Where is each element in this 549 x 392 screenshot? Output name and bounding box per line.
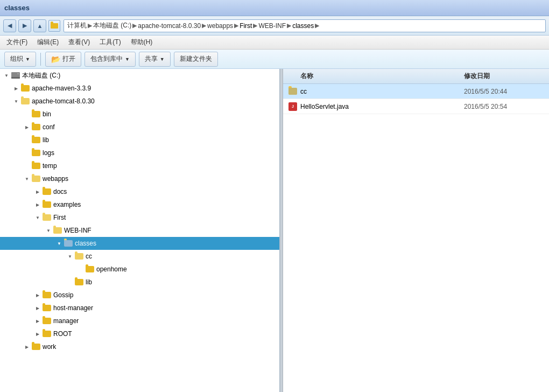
expand-maven[interactable] [12, 84, 20, 93]
local-disk-label: 本地磁盘 (C:) [22, 71, 60, 80]
tree-item-webinf[interactable]: WEB-INF [0, 224, 279, 237]
host-manager-label: host-manager [53, 304, 93, 312]
new-folder-label: 新建文件夹 [180, 54, 212, 64]
expand-classes[interactable] [55, 239, 64, 248]
address-path[interactable]: 计算机 ▶ 本地磁盘 (C:) ▶ apache-tomcat-8.0.30 ▶… [64, 19, 546, 32]
lib2-label: lib [86, 278, 92, 286]
tree-item-logs[interactable]: logs [0, 146, 279, 159]
file-item-cc[interactable]: cc 2016/5/5 20:44 [283, 84, 549, 99]
menu-file[interactable]: 文件(F) [2, 37, 32, 48]
host-manager-folder-icon [42, 304, 52, 312]
expand-first[interactable] [33, 213, 42, 222]
classes-label: classes [75, 240, 96, 247]
tree-item-host-manager[interactable]: host-manager [0, 302, 279, 314]
tree-item-conf[interactable]: conf [0, 121, 279, 134]
cc-file-icon [287, 86, 298, 97]
cc-file-name: cc [300, 88, 464, 95]
maven-folder-icon [20, 84, 30, 93]
lib-label: lib [43, 136, 49, 144]
webinf-folder-icon [53, 226, 62, 235]
first-label: First [53, 214, 66, 221]
tomcat-folder-icon [20, 97, 30, 106]
first-folder-icon [42, 213, 52, 222]
new-folder-button[interactable]: 新建文件夹 [174, 52, 218, 67]
col-header-name[interactable]: 名称 [298, 72, 464, 81]
tomcat-label: apache-tomcat-8.0.30 [32, 97, 95, 105]
helloservlet-file-date: 2016/5/5 20:54 [464, 103, 545, 110]
root-label: ROOT [53, 330, 72, 338]
cc-file-date: 2016/5/5 20:44 [464, 88, 545, 95]
expand-manager[interactable] [33, 317, 42, 325]
expand-host-manager[interactable] [33, 304, 42, 312]
address-bar: ◀ ▶ ▲ 计算机 ▶ 本地磁盘 (C:) ▶ apache-tomcat-8.… [0, 16, 549, 36]
lib-folder-icon [31, 136, 41, 144]
include-chevron: ▼ [125, 57, 130, 62]
path-webapps: webapps [207, 22, 233, 30]
bin-folder-icon [31, 110, 41, 118]
tree-item-tomcat[interactable]: apache-tomcat-8.0.30 [0, 95, 279, 108]
tree-item-openhome[interactable]: openhome [0, 263, 279, 276]
expand-gossip[interactable] [33, 291, 42, 299]
expand-root[interactable] [33, 330, 42, 338]
expand-examples[interactable] [33, 200, 42, 209]
manager-label: manager [53, 317, 79, 325]
share-label: 共享 [145, 54, 158, 64]
bin-label: bin [43, 110, 51, 118]
tree-item-work[interactable]: work [0, 340, 279, 353]
tree-item-webapps[interactable]: webapps [0, 172, 279, 185]
right-pane: 名称 修改日期 cc 2016/5/5 20:44 J HelloServlet… [283, 69, 549, 392]
include-label: 包含到库中 [90, 54, 123, 64]
toolbar: 组织 ▼ 📂 打开 包含到库中 ▼ 共享 ▼ 新建文件夹 [0, 50, 549, 69]
col-header-date[interactable]: 修改日期 [464, 72, 545, 81]
expand-work[interactable] [23, 342, 31, 351]
cc-label: cc [86, 253, 92, 260]
tree-item-docs[interactable]: docs [0, 185, 279, 198]
toolbar-divider-1 [40, 53, 41, 66]
expand-tomcat[interactable] [12, 97, 20, 106]
tree-item-first[interactable]: First [0, 211, 279, 224]
tree-item-temp[interactable]: temp [0, 159, 279, 172]
path-classes: classes [292, 22, 314, 30]
docs-folder-icon [42, 187, 52, 196]
tree-item-root[interactable]: ROOT [0, 327, 279, 340]
tree-item-lib2[interactable]: lib [0, 276, 279, 289]
back-button[interactable]: ◀ [3, 19, 16, 32]
manager-folder-icon [42, 317, 52, 325]
examples-label: examples [53, 201, 81, 208]
tree-item-gossip[interactable]: Gossip [0, 289, 279, 302]
tree-item-maven[interactable]: apache-maven-3.3.9 [0, 82, 279, 95]
up-button[interactable]: ▲ [33, 19, 46, 32]
expand-local-disk[interactable] [2, 71, 11, 80]
tree-item-cc[interactable]: cc [0, 250, 279, 263]
expand-cc[interactable] [66, 252, 74, 261]
tree-item-examples[interactable]: examples [0, 198, 279, 211]
tree-item-classes[interactable]: classes [0, 237, 279, 250]
expand-webinf[interactable] [44, 226, 53, 235]
expand-conf[interactable] [23, 123, 31, 131]
webinf-label: WEB-INF [64, 227, 92, 234]
gossip-label: Gossip [53, 291, 73, 299]
java-file-icon: J [287, 101, 298, 112]
forward-button[interactable]: ▶ [18, 19, 31, 32]
tree-item-local-disk[interactable]: 本地磁盘 (C:) [0, 69, 279, 82]
share-button[interactable]: 共享 ▼ [139, 52, 171, 67]
tree-item-manager[interactable]: manager [0, 314, 279, 327]
conf-folder-icon [31, 123, 41, 131]
menu-tools[interactable]: 工具(T) [95, 37, 125, 48]
tree-item-bin[interactable]: bin [0, 108, 279, 121]
temp-folder-icon [31, 162, 41, 170]
menu-view[interactable]: 查看(V) [64, 37, 94, 48]
open-button[interactable]: 📂 打开 [45, 52, 81, 67]
menu-help[interactable]: 帮助(H) [126, 37, 157, 48]
tree-item-lib[interactable]: lib [0, 134, 279, 146]
path-first: First [240, 22, 252, 30]
menu-edit[interactable]: 编辑(E) [33, 37, 63, 48]
examples-folder-icon [42, 200, 52, 209]
include-button[interactable]: 包含到库中 ▼ [85, 52, 136, 67]
expand-docs[interactable] [33, 187, 42, 196]
tree-pane[interactable]: 本地磁盘 (C:) apache-maven-3.3.9 apache-tomc… [0, 69, 280, 392]
organize-button[interactable]: 组织 ▼ [4, 52, 36, 67]
expand-webapps[interactable] [23, 174, 31, 183]
open-icon: 📂 [51, 55, 60, 64]
file-item-helloservlet[interactable]: J HelloServlet.java 2016/5/5 20:54 [283, 99, 549, 114]
